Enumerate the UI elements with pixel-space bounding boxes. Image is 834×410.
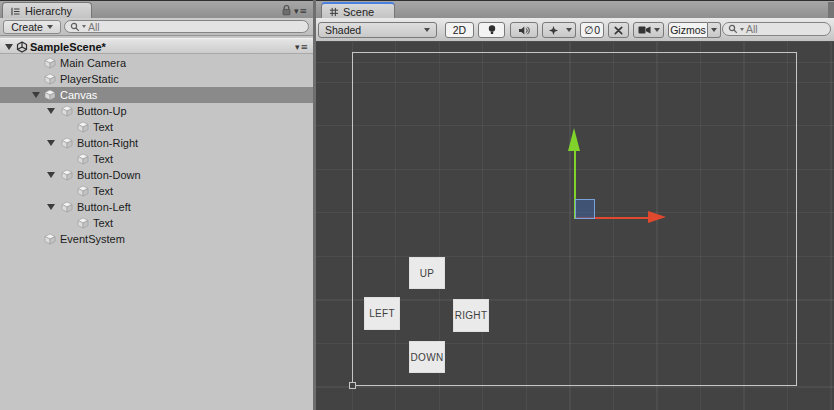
scene-button-left[interactable]: LEFT <box>364 297 400 330</box>
video-camera-icon <box>638 25 651 35</box>
scene-lighting-toggle-button[interactable] <box>478 22 505 38</box>
gameobject-cube-icon <box>77 121 89 133</box>
expand-triangle-icon[interactable] <box>32 92 40 98</box>
eye-slash-icon: ∅ <box>584 24 593 36</box>
gameobject-cube-icon <box>77 185 89 197</box>
chevron-down-icon <box>654 28 660 32</box>
gameobject-cube-icon <box>77 217 89 229</box>
scene-toolbar: Shaded 2D ∅ 0 <box>316 18 834 42</box>
2d-toggle-label: 2D <box>453 24 466 36</box>
tab-hierarchy[interactable]: Hierarchy <box>2 2 92 19</box>
gameobject-cube-icon <box>44 233 56 245</box>
scene-button-up[interactable]: UP <box>409 257 445 289</box>
scene-viewport[interactable]: UPLEFTRIGHTDOWN <box>316 42 834 410</box>
scene-search-value: All <box>746 23 758 35</box>
tree-item-label: Canvas <box>60 87 97 103</box>
scene-search-input[interactable]: All <box>722 22 831 36</box>
expand-triangle-icon[interactable] <box>47 204 55 210</box>
tree-item-canvas[interactable]: Canvas <box>0 87 313 103</box>
tree-item-text[interactable]: Text <box>0 119 313 135</box>
hierarchy-list-icon <box>10 6 21 17</box>
hierarchy-tree[interactable]: SampleScene* ▾≡ Main Camera PlayerStatic… <box>0 36 313 410</box>
y-axis-arrow[interactable] <box>568 128 580 151</box>
tree-item-text[interactable]: Text <box>0 215 313 231</box>
tree-item-label: EventSystem <box>60 231 125 247</box>
tree-item-button-right[interactable]: Button-Right <box>0 135 313 151</box>
gameobject-cube-icon <box>44 73 56 85</box>
gameobject-cube-icon <box>61 169 73 181</box>
gameobject-cube-icon <box>77 153 89 165</box>
gameobject-cube-icon <box>61 137 73 149</box>
lightbulb-icon <box>487 24 497 36</box>
gameobject-cube-icon <box>61 201 73 213</box>
tree-item-label: Text <box>93 183 113 199</box>
chevron-down-icon <box>711 28 717 32</box>
search-filter-caret-icon[interactable] <box>82 25 86 28</box>
adjacent-panel-sliver <box>828 2 834 19</box>
hierarchy-search-input[interactable]: All <box>64 20 309 33</box>
chevron-down-icon <box>566 28 572 32</box>
tree-item-button-left[interactable]: Button-Left <box>0 199 313 215</box>
expand-triangle-icon[interactable] <box>47 172 55 178</box>
scene-camera-button[interactable] <box>633 22 664 38</box>
tree-item-playerstatic[interactable]: PlayerStatic <box>0 71 313 87</box>
scene-header-row[interactable]: SampleScene* ▾≡ <box>0 38 313 54</box>
scene-header-menu-icon[interactable]: ▾≡ <box>295 41 309 53</box>
scene-effects-dropdown[interactable] <box>563 22 576 38</box>
tab-scene[interactable]: Scene <box>321 2 395 19</box>
tree-item-label: Button-Up <box>77 103 127 119</box>
x-axis-arrow[interactable] <box>648 211 666 223</box>
tree-item-button-up[interactable]: Button-Up <box>0 103 313 119</box>
tree-item-label: Button-Down <box>77 167 141 183</box>
shading-mode-label: Shaded <box>325 24 361 36</box>
2d-toggle-button[interactable]: 2D <box>445 22 474 38</box>
search-icon <box>70 22 80 32</box>
scene-effects-toggle-button[interactable] <box>542 22 564 38</box>
rect-tool-handle[interactable] <box>575 199 595 219</box>
expand-triangle-icon[interactable] <box>47 140 55 146</box>
chevron-down-icon <box>47 25 53 29</box>
scene-button-down[interactable]: DOWN <box>409 341 445 373</box>
scene-visibility-button[interactable]: ∅ 0 <box>580 22 604 38</box>
scene-name-label: SampleScene* <box>30 39 106 55</box>
create-button[interactable]: Create <box>3 20 61 34</box>
scene-grid-icon <box>329 7 339 17</box>
canvas-corner-handle[interactable] <box>349 382 356 389</box>
tab-scene-label: Scene <box>343 6 374 18</box>
shading-mode-dropdown[interactable]: Shaded <box>318 22 437 38</box>
search-filter-caret-icon[interactable] <box>740 28 744 31</box>
tree-item-label: Main Camera <box>60 55 126 71</box>
gizmos-label: Gizmos <box>670 24 706 36</box>
hierarchy-toolbar: Create All <box>0 18 313 36</box>
tree-item-label: Text <box>93 151 113 167</box>
chevron-down-icon <box>424 28 430 32</box>
tree-item-text[interactable]: Text <box>0 183 313 199</box>
tree-item-eventsystem[interactable]: EventSystem <box>0 231 313 247</box>
tree-item-label: Text <box>93 119 113 135</box>
tree-item-label: Button-Left <box>77 199 131 215</box>
gameobject-cube-icon <box>44 57 56 69</box>
tree-item-button-down[interactable]: Button-Down <box>0 167 313 183</box>
scene-button-right[interactable]: RIGHT <box>453 299 489 332</box>
expand-triangle-icon[interactable] <box>5 44 13 50</box>
lock-icon[interactable] <box>281 3 293 17</box>
tab-hierarchy-label: Hierarchy <box>25 5 72 17</box>
gizmos-dropdown[interactable] <box>708 22 721 38</box>
tree-item-label: Button-Right <box>77 135 138 151</box>
tree-item-label: PlayerStatic <box>60 71 119 87</box>
tree-item-text[interactable]: Text <box>0 151 313 167</box>
hierarchy-search-value: All <box>88 21 100 33</box>
search-icon <box>728 24 738 34</box>
expand-triangle-icon[interactable] <box>47 108 55 114</box>
tree-item-main-camera[interactable]: Main Camera <box>0 55 313 71</box>
speaker-icon <box>518 25 530 36</box>
hierarchy-panel-menu-icon[interactable]: ▾≡ <box>294 5 308 17</box>
scene-audio-toggle-button[interactable] <box>510 22 538 38</box>
component-tools-button[interactable] <box>608 22 629 38</box>
gizmos-button[interactable]: Gizmos <box>668 22 708 38</box>
create-button-label: Create <box>11 21 43 33</box>
gameobject-cube-icon <box>61 105 73 117</box>
tree-item-label: Text <box>93 215 113 231</box>
gameobject-cube-icon <box>44 89 56 101</box>
crossed-tools-icon <box>613 25 624 36</box>
